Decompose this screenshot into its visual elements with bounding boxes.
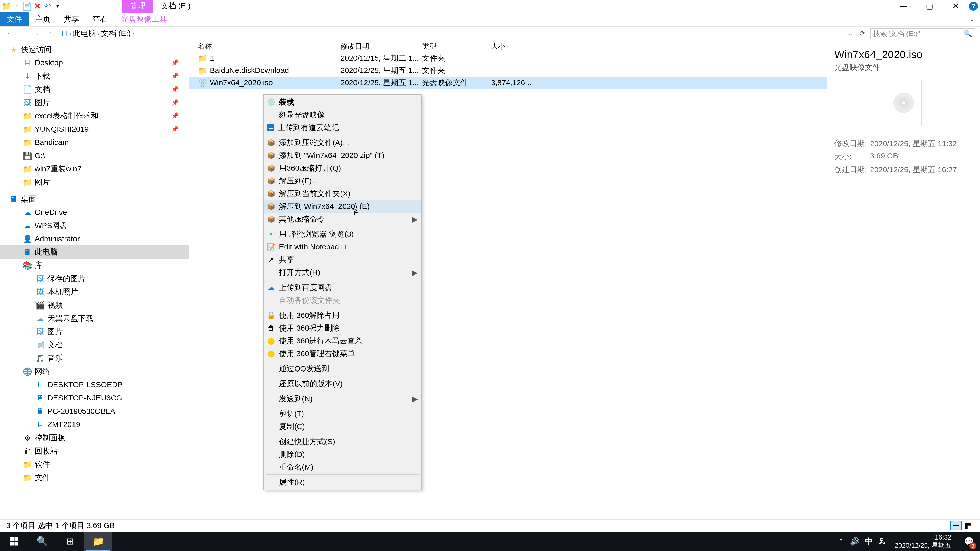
tree-net-pc[interactable]: 🖥DESKTOP-LSSOEDP xyxy=(0,378,189,391)
tree-lib-item[interactable]: 🎵音乐 xyxy=(0,351,189,365)
tab-disc-tools[interactable]: 光盘映像工具 xyxy=(115,12,173,26)
ctx-360-scan[interactable]: ⬤使用 360进行木马云查杀 xyxy=(264,334,422,347)
refresh-icon[interactable]: ⟳ xyxy=(857,29,867,39)
ctx-send-to[interactable]: 发送到(N)▶ xyxy=(264,392,422,405)
tree-folder[interactable]: 📁图片 xyxy=(0,176,189,189)
ctx-360-unlock[interactable]: 🔓使用 360解除占用 xyxy=(264,309,422,322)
ctx-properties[interactable]: 属性(R) xyxy=(264,476,422,489)
properties-icon[interactable]: ▫ xyxy=(13,2,21,10)
search-input[interactable]: 搜索"文档 (E:)" 🔍 xyxy=(870,28,975,39)
tree-net-pc[interactable]: 🖥DESKTOP-NJEU3CG xyxy=(0,391,189,405)
tree-user[interactable]: 👤Administrator xyxy=(0,232,189,245)
start-button[interactable] xyxy=(0,532,28,551)
ctx-360-ctx[interactable]: ⬤使用 360管理右键菜单 xyxy=(264,347,422,360)
tab-view[interactable]: 查看 xyxy=(86,12,115,26)
tree-lib-item[interactable]: 🎬视频 xyxy=(0,299,189,312)
tree-desktop[interactable]: 🖥Desktop📌 xyxy=(0,56,189,69)
tree-folder[interactable]: 📁YUNQISHI2019📌 xyxy=(0,122,189,136)
explorer-taskbar-button[interactable]: 📁 xyxy=(84,532,112,551)
ctx-shortcut[interactable]: 创建快捷方式(S) xyxy=(264,435,422,448)
col-date[interactable]: 修改日期 xyxy=(340,41,422,51)
ctx-mount[interactable]: 💿装载 xyxy=(264,96,422,108)
tree-net-pc[interactable]: 🖥ZMT2019 xyxy=(0,418,189,431)
ctx-share[interactable]: ↗共享 xyxy=(264,253,422,266)
view-icons-button[interactable]: ▦ xyxy=(963,521,974,530)
tree-folder[interactable]: 📁excel表格制作求和📌 xyxy=(0,109,189,122)
ctx-qq-send[interactable]: 通过QQ发送到 xyxy=(264,362,422,375)
ctx-other-compress[interactable]: 📦其他压缩命令▶ xyxy=(264,213,422,225)
col-size[interactable]: 大小 xyxy=(491,41,542,51)
history-dropdown[interactable]: ⌄ xyxy=(32,29,42,39)
tree-documents[interactable]: 📄文档📌 xyxy=(0,83,189,96)
ctx-add-archive[interactable]: 📦添加到压缩文件(A)... xyxy=(264,136,422,149)
chevron-right-icon[interactable]: › xyxy=(70,30,72,37)
tree-net-pc[interactable]: 🖥PC-20190530OBLA xyxy=(0,405,189,418)
search-button[interactable]: 🔍 xyxy=(28,532,56,551)
volume-icon[interactable]: 🔊 xyxy=(850,537,859,546)
tree-network[interactable]: 🌐网络 xyxy=(0,365,189,378)
address-dropdown-icon[interactable]: ⌄ xyxy=(845,29,856,39)
maximize-button[interactable]: ▢ xyxy=(917,1,942,11)
network-icon[interactable]: 🖧 xyxy=(878,537,886,546)
tab-home[interactable]: 主页 xyxy=(29,12,57,26)
navigation-tree[interactable]: ★快速访问 🖥Desktop📌 ⬇下载📌 📄文档📌 🖼图片📌 📁excel表格制… xyxy=(0,41,189,519)
delete-icon[interactable]: ✕ xyxy=(33,2,41,10)
ctx-extract-named[interactable]: 📦解压到 Win7x64_2020\ (E) xyxy=(264,200,422,213)
ctx-copy[interactable]: 复制(C) xyxy=(264,420,422,433)
tree-lib-item[interactable]: 🖼保存的图片 xyxy=(0,272,189,285)
tree-recycle[interactable]: 🗑回收站 xyxy=(0,445,189,457)
tree-downloads[interactable]: ⬇下载📌 xyxy=(0,69,189,83)
ime-icon[interactable]: 中 xyxy=(865,536,873,547)
ctx-extract-to[interactable]: 📦解压到(F)... xyxy=(264,175,422,187)
ctx-add-zip[interactable]: 📦添加到 "Win7x64_2020.zip" (T) xyxy=(264,149,422,162)
file-row[interactable]: 📁 BaiduNetdiskDownload 2020/12/25, 星期五 1… xyxy=(189,64,827,76)
view-details-button[interactable]: ☰ xyxy=(950,521,962,530)
ctx-youdao[interactable]: ☁上传到有道云笔记 xyxy=(264,121,422,134)
qat-dropdown-icon[interactable]: ▼ xyxy=(54,2,62,10)
chevron-right-icon[interactable]: › xyxy=(97,30,99,37)
tree-desktop-root[interactable]: 🖥桌面 xyxy=(0,192,189,206)
ctx-honey-browser[interactable]: ✦用 蜂蜜浏览器 浏览(3) xyxy=(264,228,422,241)
tree-folder[interactable]: 📁Bandicam xyxy=(0,136,189,149)
ctx-restore-prev[interactable]: 还原以前的版本(V) xyxy=(264,377,422,390)
ctx-burn[interactable]: 刻录光盘映像 xyxy=(264,108,422,121)
help-icon[interactable]: ? xyxy=(969,2,978,11)
tree-folder[interactable]: 📁软件 xyxy=(0,457,189,471)
col-name[interactable]: 名称 xyxy=(197,41,340,51)
ctx-edit-npp[interactable]: 📝Edit with Notepad++ xyxy=(264,241,422,253)
tree-onedrive[interactable]: ☁OneDrive xyxy=(0,206,189,219)
close-button[interactable]: ✕ xyxy=(943,1,968,11)
tree-this-pc[interactable]: 🖥此电脑 xyxy=(0,245,189,259)
tree-lib-item[interactable]: 📄文档 xyxy=(0,338,189,351)
ctx-delete[interactable]: 删除(D) xyxy=(264,448,422,461)
back-button[interactable]: ← xyxy=(5,29,15,39)
tree-control-panel[interactable]: ⚙控制面板 xyxy=(0,431,189,445)
ctx-cut[interactable]: 剪切(T) xyxy=(264,407,422,420)
ctx-open-360[interactable]: 📦用360压缩打开(Q) xyxy=(264,162,422,175)
tree-wps[interactable]: ☁WPS网盘 xyxy=(0,219,189,232)
minimize-button[interactable]: — xyxy=(891,1,916,11)
taskbar[interactable]: 🔍 ⊞ 📁 ⌃ 🔊 中 🖧 16:32 2020/12/25, 星期五 💬3 xyxy=(0,532,980,551)
clock[interactable]: 16:32 2020/12/25, 星期五 xyxy=(891,533,955,549)
tray-chevron-up-icon[interactable]: ⌃ xyxy=(838,537,844,546)
tree-lib-item[interactable]: 🖼图片 xyxy=(0,325,189,338)
ribbon-expand-icon[interactable]: ⌄ xyxy=(969,15,975,23)
chevron-right-icon[interactable]: › xyxy=(132,30,134,37)
breadcrumb-drive[interactable]: 文档 (E:) xyxy=(101,28,131,39)
tab-share[interactable]: 共享 xyxy=(57,12,86,26)
new-folder-icon[interactable]: 📄 xyxy=(23,2,31,10)
ctx-rename[interactable]: 重命名(M) xyxy=(264,461,422,473)
tree-quick-access[interactable]: ★快速访问 xyxy=(0,43,189,56)
file-row[interactable]: 📁 1 2020/12/15, 星期二 1... 文件夹 xyxy=(189,52,827,64)
tree-lib-item[interactable]: 🖼本机照片 xyxy=(0,285,189,299)
undo-icon[interactable]: ↶ xyxy=(43,2,52,10)
manage-tab[interactable]: 管理 xyxy=(123,0,153,13)
ctx-baidu[interactable]: ☁上传到百度网盘 xyxy=(264,281,422,294)
notifications-button[interactable]: 💬3 xyxy=(960,532,978,551)
ctx-open-with[interactable]: 打开方式(H)▶ xyxy=(264,266,422,279)
tree-lib-item[interactable]: ☁天翼云盘下载 xyxy=(0,312,189,325)
tree-libraries[interactable]: 📚库 xyxy=(0,259,189,272)
tree-folder[interactable]: 📁文件 xyxy=(0,471,189,484)
task-view-button[interactable]: ⊞ xyxy=(56,532,84,551)
up-button[interactable]: ↑ xyxy=(45,29,55,39)
